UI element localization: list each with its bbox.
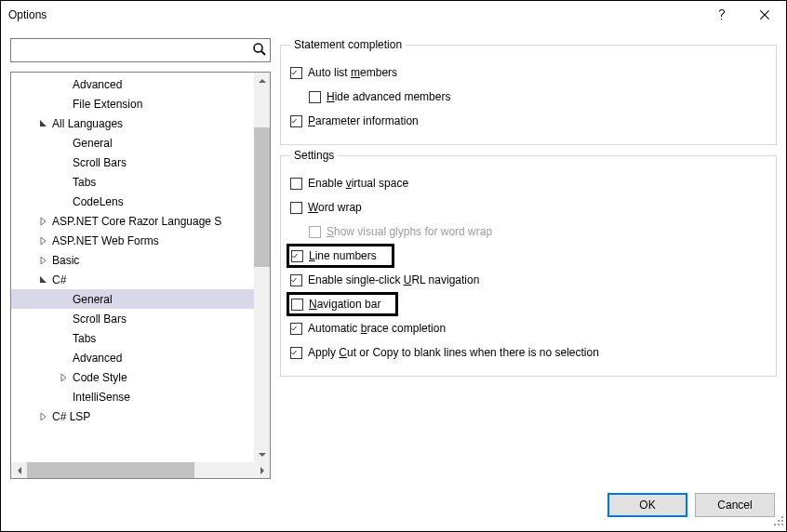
checkbox[interactable]	[291, 250, 303, 262]
checkbox-label: Enable single-click URL navigation	[308, 273, 479, 286]
parameter-information-row[interactable]: Parameter information	[290, 109, 767, 133]
navigation-bar-row[interactable]: Navigation bar	[290, 292, 767, 316]
checkbox[interactable]	[291, 299, 303, 311]
expand-open-icon[interactable]	[37, 275, 50, 285]
cancel-button[interactable]: Cancel	[695, 493, 775, 517]
word-wrap-row[interactable]: Word wrap	[290, 195, 767, 219]
tree-node[interactable]: Basic	[11, 250, 270, 270]
tree-node[interactable]: ASP.NET Core Razor Language S	[11, 211, 270, 231]
url-navigation-row[interactable]: Enable single-click URL navigation	[290, 268, 767, 292]
tree-node[interactable]: Scroll Bars	[11, 309, 270, 328]
checkbox-label: Line numbers	[309, 249, 377, 262]
svg-rect-6	[778, 524, 780, 525]
tree-node-label: Advanced	[73, 78, 122, 91]
tree-node[interactable]: C#	[11, 270, 270, 289]
tree-node[interactable]: Scroll Bars	[11, 153, 270, 172]
tree-node-label: General	[73, 137, 113, 150]
checkbox-label: Automatic brace completion	[308, 322, 446, 335]
tree-node-label: IntelliSense	[73, 391, 130, 404]
checkbox-label: Parameter information	[308, 114, 419, 127]
options-tree[interactable]: AdvancedFile ExtensionAll LanguagesGener…	[11, 73, 270, 462]
svg-line-1	[261, 51, 265, 55]
checkbox[interactable]	[290, 178, 302, 190]
settings-group: Settings Enable virtual space Word wrap …	[280, 149, 777, 377]
tree-node-label: General	[73, 293, 113, 306]
tree-node[interactable]: Tabs	[11, 328, 270, 348]
tree-node[interactable]: General	[11, 133, 270, 153]
group-legend: Settings	[290, 149, 338, 162]
brace-completion-row[interactable]: Automatic brace completion	[290, 316, 767, 340]
checkbox[interactable]	[290, 202, 302, 214]
checkbox-label: Show visual glyphs for word wrap	[327, 225, 492, 238]
tree-node-label: File Extension	[73, 98, 142, 111]
tree-node[interactable]: C# LSP	[11, 406, 270, 426]
svg-rect-5	[781, 524, 783, 525]
tree-node-label: CodeLens	[73, 195, 124, 208]
expand-closed-icon[interactable]	[37, 256, 50, 265]
checkbox	[309, 226, 321, 238]
tree-node[interactable]: IntelliSense	[11, 387, 270, 406]
tree-node-label: Advanced	[73, 352, 122, 365]
tree-node[interactable]: Tabs	[11, 172, 270, 192]
svg-rect-3	[781, 520, 783, 522]
help-button[interactable]	[700, 1, 743, 29]
expand-open-icon[interactable]	[37, 119, 50, 128]
tree-node[interactable]: Advanced	[11, 348, 270, 367]
tree-node-label: Basic	[52, 254, 79, 267]
scroll-right-icon[interactable]	[254, 462, 270, 478]
resize-grip-icon[interactable]	[773, 515, 784, 529]
tree-node[interactable]: Advanced	[11, 74, 270, 94]
checkbox[interactable]	[290, 347, 302, 359]
tree-node-label: ASP.NET Web Forms	[52, 234, 159, 247]
expand-closed-icon[interactable]	[37, 412, 50, 421]
expand-closed-icon[interactable]	[37, 217, 50, 226]
scroll-left-icon[interactable]	[11, 462, 27, 478]
scroll-down-icon[interactable]	[254, 446, 270, 462]
tree-vertical-scrollbar[interactable]	[254, 73, 270, 462]
expand-closed-icon[interactable]	[58, 373, 71, 382]
close-button[interactable]	[743, 1, 786, 29]
virtual-space-row[interactable]: Enable virtual space	[290, 171, 767, 195]
tree-node-label: ASP.NET Core Razor Language S	[52, 215, 221, 228]
tree-node-label: All Languages	[52, 117, 123, 130]
scroll-thumb-h[interactable]	[27, 462, 194, 478]
hide-advanced-members-row[interactable]: Hide advanced members	[290, 85, 767, 109]
tree-horizontal-scrollbar[interactable]	[11, 462, 270, 478]
tree-node[interactable]: ASP.NET Web Forms	[11, 231, 270, 250]
expand-closed-icon[interactable]	[37, 236, 50, 246]
checkbox-label: Enable virtual space	[308, 177, 408, 190]
search-icon[interactable]	[252, 42, 267, 60]
checkbox-label: Navigation bar	[309, 298, 380, 311]
ok-button[interactable]: OK	[607, 493, 687, 517]
window-title: Options	[8, 8, 700, 21]
checkbox-label: Word wrap	[308, 201, 362, 214]
line-numbers-row[interactable]: Line numbers	[290, 244, 767, 268]
checkbox[interactable]	[290, 115, 302, 127]
svg-rect-7	[774, 524, 776, 525]
checkbox[interactable]	[290, 67, 302, 79]
tree-node-label: Code Style	[73, 371, 127, 384]
tree-node[interactable]: File Extension	[11, 94, 270, 113]
tree-node[interactable]: CodeLens	[11, 192, 270, 211]
cut-copy-blank-row[interactable]: Apply Cut or Copy to blank lines when th…	[290, 340, 767, 365]
tree-node-label: C# LSP	[52, 410, 90, 423]
group-legend: Statement completion	[290, 38, 406, 51]
checkbox[interactable]	[309, 91, 321, 103]
scroll-thumb[interactable]	[254, 127, 270, 267]
auto-list-members-row[interactable]: Auto list members	[290, 60, 767, 85]
search-input[interactable]	[10, 38, 271, 62]
scroll-up-icon[interactable]	[254, 73, 270, 88]
tree-node-label: Scroll Bars	[73, 156, 127, 169]
tree-node-label: Tabs	[73, 332, 96, 345]
tree-node[interactable]: Code Style	[11, 367, 270, 387]
svg-point-0	[254, 44, 262, 52]
checkbox[interactable]	[290, 323, 302, 335]
tree-node-label: C#	[52, 273, 66, 286]
checkbox-label: Hide advanced members	[327, 90, 450, 103]
tree-node[interactable]: All Languages	[11, 113, 270, 133]
svg-rect-4	[778, 520, 780, 522]
svg-rect-2	[781, 516, 783, 518]
tree-node[interactable]: General	[11, 289, 270, 309]
checkbox[interactable]	[290, 274, 302, 286]
checkbox-label: Apply Cut or Copy to blank lines when th…	[308, 346, 599, 359]
